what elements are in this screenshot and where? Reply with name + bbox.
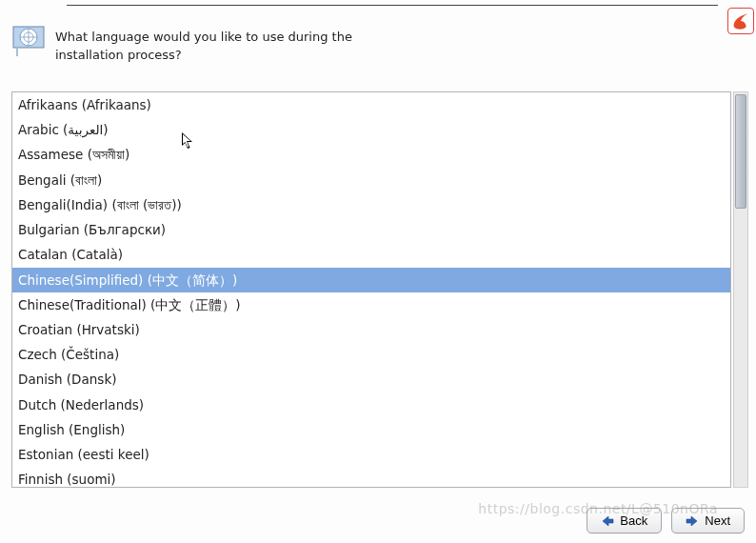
language-option[interactable]: Catalan (Català): [12, 242, 730, 267]
language-option[interactable]: Bengali (বাংলা): [12, 168, 730, 192]
divider-rule: [67, 5, 718, 6]
footer-buttons: Back Next: [587, 508, 745, 533]
back-label: Back: [620, 513, 647, 528]
language-option[interactable]: Bengali(India) (বাংলা (ভারত)): [12, 192, 730, 217]
svg-rect-5: [16, 48, 18, 56]
prompt-text: What language would you like to use duri…: [55, 25, 352, 65]
language-option[interactable]: Croatian (Hrvatski): [12, 317, 730, 342]
language-option[interactable]: Assamese (অসমীয়া): [12, 142, 730, 167]
scrollbar-thumb[interactable]: [735, 94, 746, 209]
prompt-line-1: What language would you like to use duri…: [55, 30, 352, 44]
language-list-container: Afrikaans (Afrikaans)Arabic (العربية)Ass…: [11, 91, 748, 488]
language-option[interactable]: Danish (Dansk): [12, 367, 730, 392]
language-option[interactable]: Afrikaans (Afrikaans): [12, 92, 730, 117]
arrow-left-icon: [601, 514, 614, 528]
globe-icon: [11, 25, 46, 59]
language-option[interactable]: Estonian (eesti keel): [12, 442, 730, 467]
language-option[interactable]: English (English): [12, 417, 730, 442]
language-option[interactable]: Bulgarian (Български): [12, 217, 730, 242]
language-option[interactable]: Chinese(Traditional) (中文（正體）): [12, 292, 730, 317]
language-option[interactable]: Czech (Čeština): [12, 342, 730, 367]
header-row: What language would you like to use duri…: [11, 25, 745, 65]
arrow-right-icon: [686, 514, 699, 528]
scrollbar[interactable]: [733, 91, 748, 488]
prompt-line-2: installation process?: [55, 48, 182, 62]
back-button[interactable]: Back: [587, 508, 662, 533]
next-label: Next: [705, 513, 730, 528]
next-button[interactable]: Next: [671, 508, 745, 533]
language-option[interactable]: Finnish (suomi): [12, 467, 730, 488]
language-option[interactable]: Chinese(Simplified) (中文（简体）): [12, 268, 730, 292]
language-listbox[interactable]: Afrikaans (Afrikaans)Arabic (العربية)Ass…: [11, 91, 731, 488]
language-option[interactable]: Arabic (العربية): [12, 117, 730, 142]
language-option[interactable]: Dutch (Nederlands): [12, 392, 730, 417]
